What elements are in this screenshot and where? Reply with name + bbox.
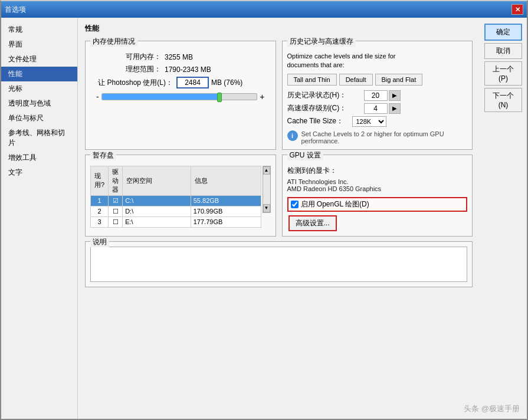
memory-slider-row: - + [90,92,271,101]
gpu-card-line1: ATI Technologies Inc. [287,178,468,185]
scratch-check-3[interactable]: ☐ [109,216,123,227]
cache-level-arrow[interactable]: ▶ [389,103,401,114]
cache-level-row: 高速缓存级别(C)： ▶ [287,103,468,114]
scratch-num-1: 1 [91,195,109,206]
scratch-section: 暂存盘 现用? 驱动器 空闲空间 信息 [85,155,276,237]
opengl-row: 启用 OpenGL 绘图(D) [287,197,468,212]
scratch-col-info: 信息 [191,166,261,195]
tall-thin-button[interactable]: Tall and Thin [287,74,337,86]
info-icon: i [287,130,298,141]
memory-slider-fill [102,94,220,100]
history-states-input[interactable] [364,90,388,101]
memory-slider-thumb[interactable] [217,93,222,102]
scratch-col-drive: 驱动器 [109,166,123,195]
scratch-check-2[interactable]: ☐ [109,206,123,216]
panel-title: 性能 [85,24,473,34]
gpu-section-label: GPU 设置 [287,150,323,160]
sidebar: 常规 界面 文件处理 性能 光标 透明度与色域 单位与标尺 参考线、网格和切片 … [1,18,78,419]
sidebar-item-cursor[interactable]: 光标 [1,81,77,96]
photoshop-usage-row: 让 Photoshop 使用(L)： MB (76%) [90,77,271,88]
available-value: 3255 MB [165,53,193,61]
ideal-range-row: 理想范围： 1790-2343 MB [90,64,271,74]
scratch-free-1: 55.82GB [191,195,261,206]
sidebar-item-plugins[interactable]: 增效工具 [1,150,77,165]
scratch-row-3: 3 ☐ E:\ 177.79GB [91,216,261,227]
photoshop-usage-label: 让 Photoshop 使用(L)： [90,78,173,88]
title-bar: 首选项 ✕ [1,1,527,18]
cache-section-label: 历史记录与高速缓存 [287,37,356,47]
ideal-range-label: 理想范围： [90,64,161,74]
cancel-button[interactable]: 取消 [484,43,522,59]
sidebar-item-interface[interactable]: 界面 [1,37,77,52]
title-controls: ✕ [511,4,523,15]
photoshop-usage-input[interactable] [176,77,209,88]
scratch-num-3: 3 [91,216,109,227]
scratch-row-2: 2 ☐ D:\ 170.99GB [91,206,261,216]
scratch-drive-2: D:\ [123,206,191,216]
window-title: 首选项 [5,5,26,15]
cache-level-input[interactable] [364,103,388,114]
slider-minus-btn[interactable]: - [96,92,99,101]
scratch-free-3: 177.79GB [191,216,261,227]
scratch-drive-1: C:\ [123,195,191,206]
bottom-sections: 暂存盘 现用? 驱动器 空闲空间 信息 [85,155,473,237]
sidebar-item-performance[interactable]: 性能 [1,67,77,81]
gpu-detected-label: 检测到的显卡： [287,166,468,176]
action-buttons: 确定 取消 上一个(P) 下一个(N) [480,18,527,419]
memory-section: 内存使用情况 可用内存： 3255 MB 理想范围： 1790-2343 MB … [85,41,276,150]
prev-button[interactable]: 上一个(P) [484,61,522,86]
scroll-down-btn[interactable]: ▼ [263,204,270,212]
cache-section: 历史记录与高速缓存 Optimize cache levels and tile… [282,41,473,150]
available-label: 可用内存： [90,52,161,62]
available-memory-row: 可用内存： 3255 MB [90,52,271,62]
next-button[interactable]: 下一个(N) [484,88,522,112]
big-flat-button[interactable]: Big and Flat [375,74,423,86]
top-sections: 内存使用情况 可用内存： 3255 MB 理想范围： 1790-2343 MB … [85,41,473,150]
scratch-section-label: 暂存盘 [90,150,116,160]
main-content: 常规 界面 文件处理 性能 光标 透明度与色域 单位与标尺 参考线、网格和切片 … [1,18,527,419]
scratch-num-2: 2 [91,206,109,216]
scratch-row-1: 1 ☑ C:\ 55.82GB [91,195,261,206]
sidebar-item-guides[interactable]: 参考线、网格和切片 [1,126,77,150]
cache-desc-line2: documents that are: [287,61,345,68]
cache-preset-buttons: Tall and Thin Default Big and Flat [287,74,468,86]
ok-button[interactable]: 确定 [484,24,522,41]
scratch-table-container: 现用? 驱动器 空闲空间 信息 1 ☑ C:\ [90,166,271,228]
scratch-scrollbar[interactable]: ▲ ▼ [263,166,271,213]
scratch-table: 现用? 驱动器 空闲空间 信息 1 ☑ C:\ [90,166,261,228]
opengl-label: 启用 OpenGL 绘图(D) [301,199,369,209]
history-states-arrow[interactable]: ▶ [389,90,401,101]
scratch-col-free: 空闲空间 [123,166,191,195]
advanced-settings-button[interactable]: 高级设置... [288,215,337,231]
sidebar-item-transparency[interactable]: 透明度与色域 [1,96,77,111]
scratch-col-active: 现用? [91,166,109,195]
cache-info-row: i Set Cache Levels to 2 or higher for op… [287,130,468,145]
scratch-check-1[interactable]: ☑ [109,195,123,206]
default-button[interactable]: Default [339,74,373,86]
scratch-drive-3: E:\ [123,216,191,227]
main-window: 首选项 ✕ 常规 界面 文件处理 性能 光标 透明度与色域 单位与标尺 参考线、… [0,0,528,420]
sidebar-item-general[interactable]: 常规 [1,22,77,37]
notes-box [90,247,467,282]
notes-section: 说明 [85,241,473,287]
scroll-up-btn[interactable]: ▲ [263,166,270,175]
sidebar-item-file-handling[interactable]: 文件处理 [1,52,77,67]
cache-tile-row: Cache Tile Size： 128K 256K 512K 1024K [287,116,468,127]
gpu-section: GPU 设置 检测到的显卡： ATI Technologies Inc. AMD… [282,155,473,237]
history-states-row: 历史记录状态(H)： ▶ [287,90,468,101]
right-panel: 性能 内存使用情况 可用内存： 3255 MB 理想范围： 1790-2343 … [78,18,480,419]
scratch-free-2: 170.99GB [191,206,261,216]
opengl-checkbox[interactable] [291,201,299,208]
sidebar-item-type[interactable]: 文字 [1,165,77,180]
close-button[interactable]: ✕ [511,4,523,15]
cache-tile-select[interactable]: 128K 256K 512K 1024K [352,116,386,127]
gpu-card-info: ATI Technologies Inc. AMD Radeon HD 6350… [287,178,468,192]
cache-tile-label: Cache Tile Size： [287,116,352,126]
sidebar-item-units[interactable]: 单位与标尺 [1,111,77,126]
slider-plus-btn[interactable]: + [260,92,264,101]
cache-desc: Optimize cache levels and tile size for … [287,52,468,70]
memory-section-label: 内存使用情况 [90,37,137,47]
gpu-card-line2: AMD Radeon HD 6350 Graphics [287,185,468,192]
cache-desc-line1: Optimize cache levels and tile size for [287,52,396,60]
memory-slider-track[interactable] [101,93,258,100]
